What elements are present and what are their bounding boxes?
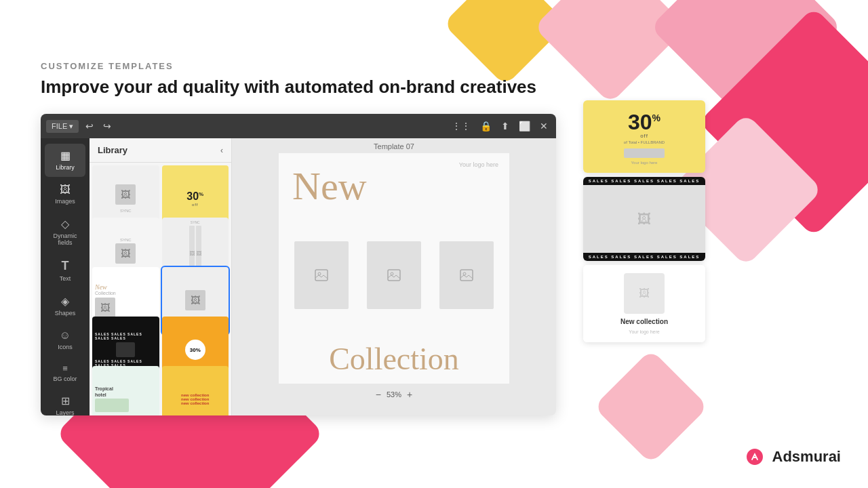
library-icon: ▦ [60, 149, 71, 162]
canvas-zoom-bar: − 53% + [376, 389, 412, 400]
sidebar-label-text: Text [60, 275, 71, 283]
canvas-area: Template 07 Your logo here New Collec [232, 138, 556, 415]
canvas-img-3 [439, 241, 494, 309]
redo-button[interactable]: ↪ [100, 119, 114, 133]
close-editor-button[interactable]: ✕ [537, 119, 551, 133]
deco-shape-pink-bottom-right [593, 349, 709, 464]
copy-button[interactable]: ⬜ [516, 119, 533, 133]
preview-sub-label: of Total • FULLBRAND [591, 140, 697, 144]
preview-sales-bottom-text: SALES SALES SALES SALES SALES [587, 255, 701, 259]
preview-yellow-content: 30% off of Total • FULLBRAND Your logo h… [583, 100, 705, 173]
sidebar-item-shapes[interactable]: ◈ Shapes [45, 289, 85, 323]
images-icon: 🖼 [60, 184, 71, 196]
preview-yellow-logo: Your logo here [591, 161, 697, 165]
adsmurai-icon [744, 446, 766, 468]
sidebar-item-icons[interactable]: ☺ Icons [45, 324, 85, 357]
adsmurai-logo: Adsmurai [744, 446, 841, 468]
preview-card-white: 🖼 New collection Your logo here [583, 265, 705, 342]
headline: Improve your ad quality with automated o… [41, 77, 536, 98]
layers-icon: ⊞ [61, 394, 70, 407]
canvas-images-row [279, 241, 509, 309]
canvas-new-text: New [292, 167, 367, 206]
template-label: Template 07 [232, 138, 556, 153]
shapes-icon: ◈ [61, 295, 69, 308]
preview-card-sales: SALES SALES SALES SALES SALES 🖼 SALES SA… [583, 177, 705, 261]
sidebar-item-images[interactable]: 🖼 Images [45, 178, 85, 211]
svg-rect-2 [388, 270, 400, 281]
lock-button[interactable]: 🔒 [477, 119, 494, 133]
thumb-3-image [115, 243, 136, 264]
preview-sales-bottom: SALES SALES SALES SALES SALES [583, 253, 705, 261]
svg-point-5 [463, 272, 466, 275]
preview-sales-img-icon: 🖼 [637, 211, 651, 227]
preview-white-label: New collection [620, 318, 668, 325]
sidebar-item-layers[interactable]: ⊞ Layers [45, 389, 85, 415]
preview-card-yellow: 30% off of Total • FULLBRAND Your logo h… [583, 100, 705, 173]
preview-white-image: 🖼 [624, 273, 665, 314]
sidebar-label-images: Images [55, 198, 75, 205]
thumb-6-image [185, 290, 205, 310]
editor-body: ▦ Library 🖼 Images ◇ Dynamic fields T Te… [41, 138, 556, 415]
preview-sales-top: SALES SALES SALES SALES SALES [583, 177, 705, 185]
preview-white-logo: Your logo here [629, 329, 659, 334]
share-button[interactable]: ⬆ [498, 119, 512, 133]
library-collapse-button[interactable]: ‹ [220, 146, 223, 155]
library-title: Library [98, 145, 127, 155]
canvas-img-1 [294, 241, 349, 309]
adsmurai-name: Adsmurai [772, 448, 841, 466]
thumb-1-image [115, 184, 136, 205]
text-icon: T [62, 259, 69, 273]
bg-color-icon: ≡ [62, 363, 68, 373]
library-panel: Library ‹ SYNC 30% off SYNC [90, 138, 232, 415]
undo-button[interactable]: ↩ [83, 119, 96, 133]
svg-rect-0 [315, 270, 328, 281]
canvas-content[interactable]: Your logo here New Collection [279, 153, 509, 384]
svg-point-1 [318, 272, 321, 275]
preview-big-percent: 30% [591, 111, 697, 133]
canvas-logo: Your logo here [459, 161, 498, 168]
svg-point-3 [391, 272, 393, 275]
header-section: CUSTOMIZE TEMPLATES Improve your ad qual… [41, 61, 536, 98]
preview-off-label: off [591, 133, 697, 139]
preview-white-content: 🖼 New collection Your logo here [583, 265, 705, 342]
library-header: Library ‹ [90, 138, 231, 163]
sidebar-label-library: Library [56, 164, 75, 171]
canvas-collection-text: Collection [279, 341, 509, 377]
svg-rect-4 [460, 270, 473, 281]
customize-label: CUSTOMIZE TEMPLATES [41, 61, 536, 71]
canvas-img-2 [367, 241, 421, 309]
sidebar-label-icons: Icons [58, 344, 73, 351]
preview-sales-image-area: 🖼 [583, 185, 705, 253]
sidebar-item-text[interactable]: T Text [45, 253, 85, 288]
template-thumb-10[interactable]: new collection new collection new collec… [162, 366, 229, 415]
template-grid: SYNC 30% off SYNC SYNC 🖼 🖼 [90, 163, 231, 415]
sidebar-label-dynamic: Dynamic fields [47, 232, 83, 247]
file-button[interactable]: FILE ▾ [46, 120, 79, 133]
editor-sidebar: ▦ Library 🖼 Images ◇ Dynamic fields T Te… [41, 138, 90, 415]
sidebar-label-shapes: Shapes [55, 310, 76, 317]
sidebar-item-library[interactable]: ▦ Library [45, 144, 85, 177]
sidebar-item-dynamic-fields[interactable]: ◇ Dynamic fields [45, 212, 85, 253]
view-toggle-button[interactable]: ⋮⋮ [449, 119, 473, 133]
zoom-level: 53% [387, 390, 401, 399]
zoom-in-button[interactable]: + [407, 389, 412, 400]
sidebar-item-bg-color[interactable]: ≡ BG color [45, 358, 85, 388]
preview-yellow-img [624, 148, 665, 158]
thumb-5-image [95, 298, 115, 318]
editor-toolbar: FILE ▾ ↩ ↪ ⋮⋮ 🔒 ⬆ ⬜ ✕ [41, 114, 556, 138]
icons-icon: ☺ [60, 329, 71, 342]
dynamic-fields-icon: ◇ [61, 218, 69, 230]
right-preview-panel: 30% off of Total • FULLBRAND Your logo h… [583, 100, 705, 342]
editor-container: FILE ▾ ↩ ↪ ⋮⋮ 🔒 ⬆ ⬜ ✕ ▦ Library 🖼 Images… [41, 114, 556, 415]
template-thumb-9[interactable]: Tropical hotel [92, 366, 159, 415]
sidebar-label-bg-color: BG color [53, 375, 77, 383]
sidebar-label-layers: Layers [56, 409, 74, 415]
preview-sales-top-text: SALES SALES SALES SALES SALES [587, 179, 701, 183]
zoom-out-button[interactable]: − [376, 389, 381, 400]
